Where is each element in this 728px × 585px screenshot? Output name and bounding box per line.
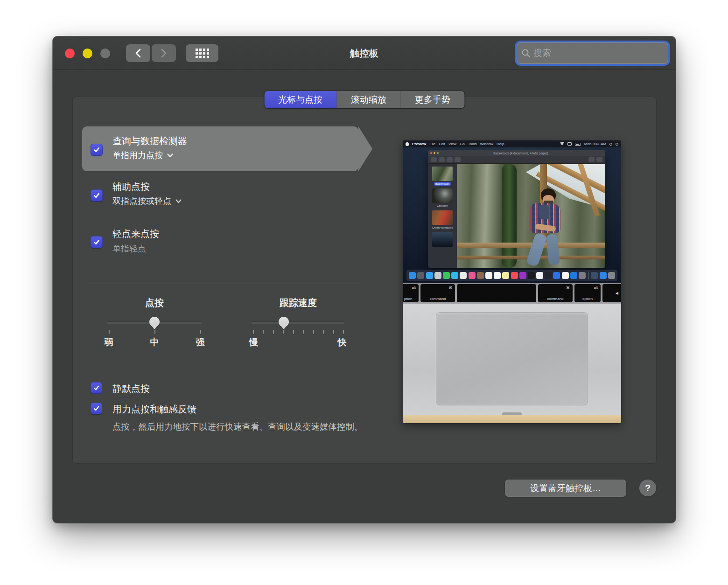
thumbnail-evening <box>432 232 453 248</box>
command-key-right: ⌘command <box>538 284 573 302</box>
dock-app-icon <box>409 272 416 279</box>
lookup-checkbox[interactable] <box>91 144 103 156</box>
arrow-key: ◀ <box>602 284 621 302</box>
check-icon <box>93 238 100 246</box>
tab-point-and-click[interactable]: 光标与点按 <box>264 91 336 108</box>
dock-app-icon <box>485 272 492 279</box>
page-title: 触控板 <box>350 47 379 59</box>
check-icon <box>93 384 100 391</box>
menu-app-name: Preview <box>412 142 426 146</box>
divider <box>89 366 358 366</box>
battery-icon <box>575 143 581 146</box>
menu-item: Tools <box>468 142 477 146</box>
dock-app-icon <box>451 272 458 279</box>
force-click-description: 点按，然后用力地按下以进行快速查看、查询以及变速媒体控制。 <box>112 420 382 434</box>
demo-menu-bar: Preview File Edit View Go Tools Window H… <box>403 140 621 147</box>
click-slider-ticks <box>107 330 202 334</box>
markup-icon <box>588 157 595 162</box>
divider <box>89 284 358 284</box>
demo-keyboard-row: altption ⌘command ⌘command altoption ◀ <box>403 283 621 304</box>
demo-screen: Preview File Edit View Go Tools Window H… <box>403 140 621 283</box>
dock-app-icon <box>426 272 433 279</box>
chevron-down-icon <box>167 153 173 158</box>
demo-preview-app-window: Backwoods (4 documents, 4 total pages) <box>428 150 605 268</box>
command-key-left: ⌘command <box>420 284 455 302</box>
tracking-slider-thumb[interactable] <box>279 317 289 327</box>
force-click-checkbox[interactable] <box>91 403 102 414</box>
demo-wood-desk <box>403 415 621 423</box>
dock-app-icon <box>434 272 441 279</box>
secondary-click-title: 辅助点按 <box>112 181 150 193</box>
search-input[interactable] <box>533 48 664 58</box>
wifi-icon <box>560 142 564 146</box>
click-slider: 弱 中 强 <box>107 317 202 335</box>
dock-app-icon <box>417 272 424 279</box>
search-field[interactable] <box>517 42 668 64</box>
check-icon <box>93 192 100 199</box>
settings-panel: 查询与数据检测器 单指用力点按 辅助点按 双指点按或轻点 轻点来点按 <box>72 97 657 464</box>
dock-app-icon <box>460 272 467 279</box>
lookup-callout: 查询与数据检测器 单指用力点按 <box>82 126 358 171</box>
dock-app-icon <box>562 272 569 279</box>
demo-trackpad <box>436 312 588 405</box>
menu-item: Window <box>480 142 493 146</box>
minimize-icon[interactable] <box>83 49 92 58</box>
dock-app-icon <box>591 272 598 279</box>
tracking-slider-ticks <box>251 330 345 334</box>
spotlight-icon <box>609 143 612 146</box>
title-bar: 触控板 <box>53 36 676 70</box>
thumbnail-image <box>432 167 453 181</box>
click-slider-thumb[interactable] <box>149 317 160 327</box>
dock-app-icon <box>528 272 535 279</box>
show-all-preferences-button[interactable] <box>186 44 218 62</box>
thumbnail-image <box>432 188 453 203</box>
forward-button[interactable] <box>152 44 176 62</box>
secondary-click-checkbox[interactable] <box>91 189 103 202</box>
control-center-icon <box>616 143 618 146</box>
help-button[interactable]: ? <box>639 480 656 496</box>
tap-to-click-checkbox[interactable] <box>91 236 103 248</box>
demo-window-title: Backwoods (4 documents, 4 total pages) <box>439 152 603 155</box>
lookup-dropdown[interactable]: 单指用力点按 <box>112 150 173 161</box>
trackpad-demo-video: Preview File Edit View Go Tools Window H… <box>403 140 621 423</box>
grid-icon <box>196 49 209 58</box>
photo-man <box>527 188 574 268</box>
demo-dock <box>406 270 617 281</box>
demo-photo-backwoods <box>457 164 605 268</box>
dock-app-icon <box>477 272 484 279</box>
tab-more-gestures[interactable]: 更多手势 <box>400 91 464 108</box>
zoom-in-icon <box>447 157 453 162</box>
thumbnail-campfire: Campfire <box>432 188 453 208</box>
dock-app-icon <box>579 272 586 279</box>
tracking-slider: 慢 快 <box>251 317 345 335</box>
demo-traffic-lights <box>430 152 439 154</box>
tab-bar: 光标与点按 滚动缩放 更多手势 <box>264 91 464 108</box>
dock-app-icon <box>494 272 501 279</box>
space-key <box>457 284 536 302</box>
tracking-slider-tick-labels: 慢 快 <box>251 336 345 348</box>
zoom-icon <box>100 49 110 58</box>
tracking-slider-track[interactable] <box>251 321 345 324</box>
force-click-label: 用力点按和触感反馈 <box>112 403 196 416</box>
dock-app-icon <box>608 272 615 279</box>
chevron-left-icon <box>135 49 141 58</box>
dock-app-icon <box>545 272 552 279</box>
secondary-click-dropdown[interactable]: 双指点按或轻点 <box>112 195 182 207</box>
tracking-slider-label: 跟踪速度 <box>280 297 317 309</box>
trackpad-preferences-window: 触控板 光标与点按 滚动缩放 更多手势 查询与数据检测器 单指用力点按 <box>53 36 676 523</box>
demo-laptop-body <box>403 304 621 415</box>
chevron-down-icon <box>175 199 182 203</box>
tap-to-click-title: 轻点来点按 <box>112 228 159 240</box>
setup-bluetooth-trackpad-button[interactable]: 设置蓝牙触控板… <box>505 480 626 497</box>
demo-window-titlebar: Backwoods (4 documents, 4 total pages) <box>428 150 605 156</box>
dock-app-icon <box>443 272 450 279</box>
back-button[interactable] <box>126 44 150 62</box>
silent-click-checkbox[interactable] <box>91 382 102 394</box>
chevron-right-icon <box>161 49 167 58</box>
dock-app-icon <box>553 272 560 279</box>
lookup-title: 查询与数据检测器 <box>112 135 187 147</box>
dock-app-icon <box>600 272 607 279</box>
tab-scroll-and-zoom[interactable]: 滚动缩放 <box>336 91 400 108</box>
menu-item: File <box>429 142 435 146</box>
close-icon[interactable] <box>65 49 75 58</box>
